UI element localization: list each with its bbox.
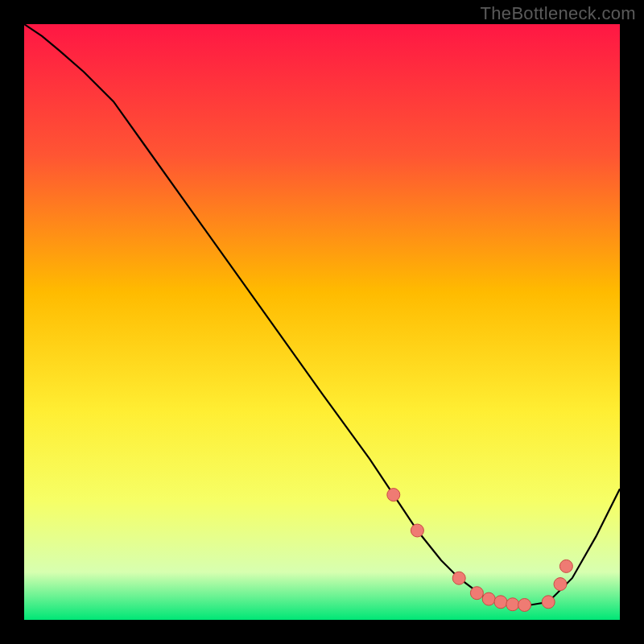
chart-svg [24, 24, 620, 620]
gradient-background [24, 24, 620, 620]
highlight-marker [518, 599, 531, 612]
highlight-marker [470, 587, 483, 600]
highlight-marker [482, 592, 495, 605]
highlight-marker [506, 598, 519, 611]
highlight-marker [554, 578, 567, 591]
highlight-marker [542, 596, 555, 609]
highlight-marker [452, 572, 465, 584]
plot-area [24, 24, 620, 620]
highlight-marker [411, 524, 423, 537]
watermark-label: TheBottleneck.com [481, 3, 636, 24]
highlight-marker [559, 559, 572, 572]
chart-frame: TheBottleneck.com [0, 0, 644, 644]
highlight-marker [494, 596, 507, 609]
highlight-marker [387, 489, 400, 502]
